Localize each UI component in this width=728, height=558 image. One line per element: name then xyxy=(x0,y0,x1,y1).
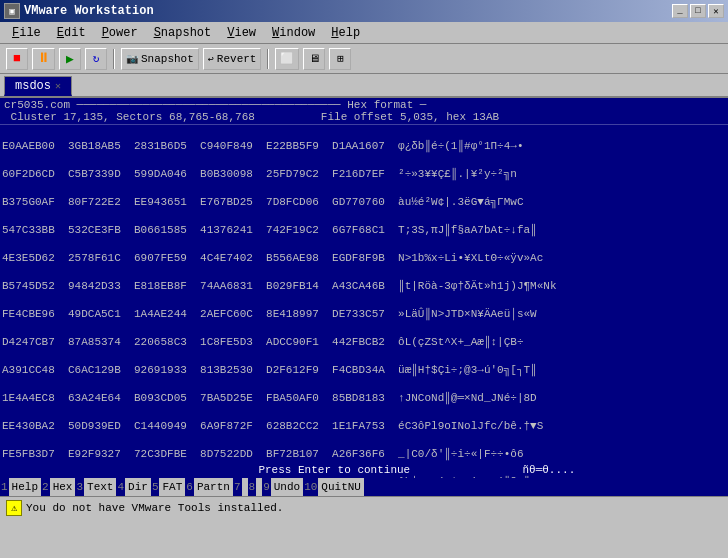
fkey-6-label: Partn xyxy=(194,478,233,496)
tab-close-icon[interactable]: ✕ xyxy=(55,80,61,92)
fkey-8-num: 8 xyxy=(248,481,257,493)
fkey-4-num: 4 xyxy=(116,481,125,493)
tab-msdos-label: msdos xyxy=(15,79,51,93)
hex-row-5: 4E3E5D62 2578F61C 6907FE59 4C4E7402 B556… xyxy=(2,251,726,265)
revert-icon: ↩ xyxy=(208,53,214,65)
stop-button[interactable]: ■ xyxy=(6,48,28,70)
menu-edit[interactable]: Edit xyxy=(49,24,94,42)
fkey-7[interactable]: 7 xyxy=(233,478,248,496)
view3-button[interactable]: ⊞ xyxy=(329,48,351,70)
tab-msdos[interactable]: msdos ✕ xyxy=(4,76,72,96)
fkey-5-label: FAT xyxy=(159,478,185,496)
press-enter-text: Press Enter to continue ñθ═θ.... xyxy=(0,464,728,476)
fkey-bar: 1Help 2Hex 3Text 4Dir 5 FAT 6Partn 7 8 9… xyxy=(0,478,728,496)
app-icon: ▣ xyxy=(4,3,20,19)
toolbar-separator-1 xyxy=(113,49,115,69)
toolbar: ■ ⏸ ▶ ↻ 📷 Snapshot ↩ Revert ⬜ 🖥 ⊞ xyxy=(0,44,728,74)
window-title: VMware Workstation xyxy=(24,4,154,18)
fkey-4[interactable]: 4Dir xyxy=(116,478,150,496)
fkey-9[interactable]: 9Undo xyxy=(262,478,303,496)
close-button[interactable]: ✕ xyxy=(708,4,724,18)
fkey-6[interactable]: 6Partn xyxy=(185,478,233,496)
main-content: cr5035.com ─────────────────────────────… xyxy=(0,98,728,478)
view1-button[interactable]: ⬜ xyxy=(275,48,299,70)
play-icon: ▶ xyxy=(66,51,74,67)
fkey-8[interactable]: 8 xyxy=(248,478,263,496)
maximize-button[interactable]: □ xyxy=(690,4,706,18)
pause-icon: ⏸ xyxy=(37,51,50,66)
fkey-7-num: 7 xyxy=(233,481,242,493)
view2-icon: 🖥 xyxy=(309,52,320,65)
tab-bar: msdos ✕ xyxy=(0,74,728,98)
refresh-button[interactable]: ↻ xyxy=(85,48,107,70)
hex-row-8: D4247CB7 87A85374 220658C3 1C8FE5D3 ADCC… xyxy=(2,335,726,349)
snapshot-label: Snapshot xyxy=(141,53,194,65)
menu-window[interactable]: Window xyxy=(264,24,323,42)
hex-row-12: FE5FB3D7 E92F9327 72C3DFBE 8D7522DD BF72… xyxy=(2,447,726,461)
fkey-5-num: 5 xyxy=(151,481,160,493)
toolbar-separator-2 xyxy=(267,49,269,69)
fkey-9-num: 9 xyxy=(262,481,271,493)
hex-row-1: E0AAEB00 3GB18AB5 2831B6D5 C940F849 E22B… xyxy=(2,139,726,153)
hex-row-6: B5745D52 94842D33 E818EB8F 74AA6831 B029… xyxy=(2,279,726,293)
window-controls[interactable]: _ □ ✕ xyxy=(672,4,724,18)
fkey-1-num: 1 xyxy=(0,481,9,493)
warning-icon: ⚠ xyxy=(6,500,22,516)
revert-button[interactable]: ↩ Revert xyxy=(203,48,262,70)
fkey-3-label: Text xyxy=(84,478,116,496)
hex-row-2: 60F2D6CD C5B7339D 599DA046 B0B30098 25FD… xyxy=(2,167,726,181)
view1-icon: ⬜ xyxy=(280,52,294,65)
pause-button[interactable]: ⏸ xyxy=(32,48,55,70)
fkey-1-label: Help xyxy=(9,478,41,496)
fkey-3-num: 3 xyxy=(75,481,84,493)
hex-display: E0AAEB00 3GB18AB5 2831B6D5 C940F849 E22B… xyxy=(0,125,728,478)
hex-row-10: 1E4A4EC8 63A24E64 B093CD05 7BA5D25E FBA5… xyxy=(2,391,726,405)
snapshot-icon: 📷 xyxy=(126,53,138,65)
hex-header: cr5035.com ─────────────────────────────… xyxy=(0,98,728,125)
fkey-10-label: QuitNU xyxy=(318,478,364,496)
revert-label: Revert xyxy=(217,53,257,65)
menu-help[interactable]: Help xyxy=(323,24,368,42)
fkey-2-label: Hex xyxy=(50,478,76,496)
hex-row-4: 547C33BB 532CE3FB B0661585 41376241 742F… xyxy=(2,223,726,237)
menu-view[interactable]: View xyxy=(219,24,264,42)
hex-row-3: B375G0AF 80F722E2 EE943651 E767BD25 7D8F… xyxy=(2,195,726,209)
hex-row-9: A391CC48 C6AC129B 92691933 813B2530 D2F6… xyxy=(2,363,726,377)
fkey-6-num: 6 xyxy=(185,481,194,493)
view2-button[interactable]: 🖥 xyxy=(303,48,325,70)
fkey-5[interactable]: 5 FAT xyxy=(151,478,185,496)
fkey-10[interactable]: 10QuitNU xyxy=(303,478,364,496)
status-message: You do not have VMware Tools installed. xyxy=(26,502,283,514)
status-bar: ⚠ You do not have VMware Tools installed… xyxy=(0,496,728,518)
fkey-3[interactable]: 3Text xyxy=(75,478,116,496)
hex-row-7: FE4CBE96 49DCA5C1 1A4AE244 2AEFC60C 8E41… xyxy=(2,307,726,321)
fkey-2[interactable]: 2Hex xyxy=(41,478,75,496)
menu-file[interactable]: File xyxy=(4,24,49,42)
play-button[interactable]: ▶ xyxy=(59,48,81,70)
menu-power[interactable]: Power xyxy=(94,24,146,42)
fkey-9-label: Undo xyxy=(271,478,303,496)
menu-bar: File Edit Power Snapshot View Window Hel… xyxy=(0,22,728,44)
snapshot-button[interactable]: 📷 Snapshot xyxy=(121,48,199,70)
fkey-1[interactable]: 1Help xyxy=(0,478,41,496)
refresh-icon: ↻ xyxy=(93,52,100,65)
fkey-2-num: 2 xyxy=(41,481,50,493)
fkey-10-num: 10 xyxy=(303,481,318,493)
fkey-4-label: Dir xyxy=(125,478,151,496)
title-bar: ▣ VMware Workstation _ □ ✕ xyxy=(0,0,728,22)
title-bar-left: ▣ VMware Workstation xyxy=(4,3,154,19)
stop-icon: ■ xyxy=(13,51,21,66)
view3-icon: ⊞ xyxy=(337,52,344,65)
menu-snapshot[interactable]: Snapshot xyxy=(146,24,220,42)
minimize-button[interactable]: _ xyxy=(672,4,688,18)
hex-row-11: EE430BA2 50D939ED C1440949 6A9F872F 628B… xyxy=(2,419,726,433)
